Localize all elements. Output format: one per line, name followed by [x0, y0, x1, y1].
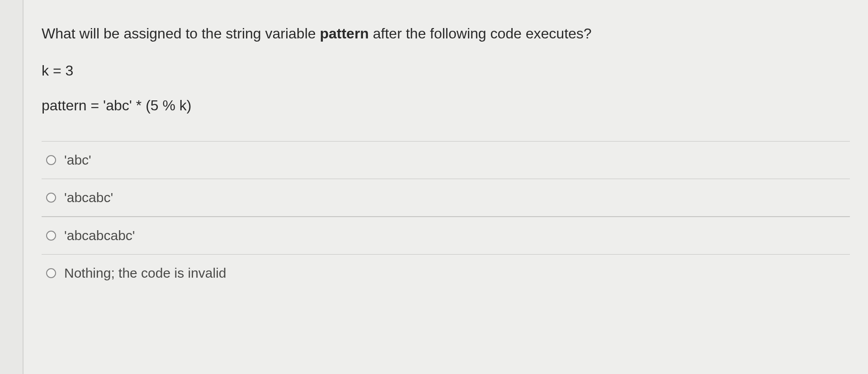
options-list: 'abc' 'abcabc' 'abcabcabc' Nothing; the … [42, 141, 850, 292]
question-bold: pattern [320, 25, 368, 42]
option-label: 'abc' [64, 152, 91, 168]
radio-icon[interactable] [46, 231, 56, 241]
code-block: k = 3 pattern = 'abc' * (5 % k) [42, 62, 850, 114]
option-row[interactable]: 'abcabc' [42, 179, 850, 217]
question-suffix: after the following code executes? [369, 25, 592, 42]
code-line-2: pattern = 'abc' * (5 % k) [42, 97, 850, 114]
option-row[interactable]: 'abcabcabc' [42, 217, 850, 254]
option-row[interactable]: 'abc' [42, 141, 850, 179]
option-row[interactable]: Nothing; the code is invalid [42, 254, 850, 292]
question-container: What will be assigned to the string vari… [23, 0, 868, 374]
option-label: 'abcabcabc' [64, 228, 135, 243]
question-stem: What will be assigned to the string vari… [42, 23, 850, 44]
radio-icon[interactable] [46, 268, 56, 278]
option-label: 'abcabc' [64, 190, 113, 205]
option-label: Nothing; the code is invalid [64, 265, 226, 281]
radio-icon[interactable] [46, 193, 56, 203]
question-prefix: What will be assigned to the string vari… [42, 25, 320, 42]
code-line-1: k = 3 [42, 62, 850, 79]
radio-icon[interactable] [46, 155, 56, 165]
